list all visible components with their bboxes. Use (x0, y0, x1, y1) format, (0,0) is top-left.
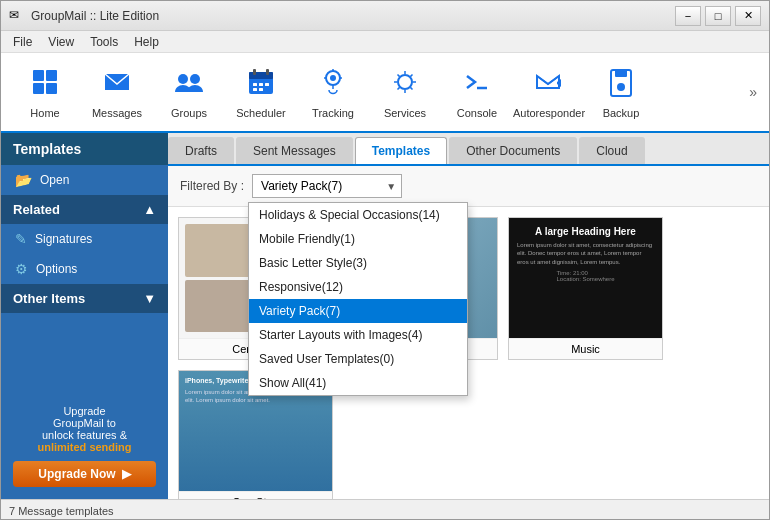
messages-icon (101, 66, 133, 105)
sidebar-templates-header: Templates (1, 133, 168, 165)
sidebar-other-items-label: Other Items (13, 291, 85, 306)
menu-tools[interactable]: Tools (82, 33, 126, 51)
svg-rect-10 (253, 83, 257, 86)
template-card-music[interactable]: A large Heading Here Lorem ipsum dolor s… (508, 217, 663, 360)
sidebar-related-section[interactable]: Related ▲ (1, 195, 168, 224)
menu-help[interactable]: Help (126, 33, 167, 51)
toolbar-more-icon[interactable]: » (745, 84, 761, 100)
sidebar-other-items-chevron: ▼ (143, 291, 156, 306)
app-icon: ✉ (9, 8, 25, 24)
toolbar-home[interactable]: Home (9, 57, 81, 127)
filter-select-display[interactable]: Variety Pack(7) (252, 174, 402, 198)
toolbar-messages-label: Messages (92, 107, 142, 119)
close-button[interactable]: ✕ (735, 6, 761, 26)
svg-rect-20 (615, 70, 627, 77)
minimize-button[interactable]: − (675, 6, 701, 26)
filter-dropdown-wrapper: Variety Pack(7) ▼ (252, 174, 402, 198)
window-controls: − □ ✕ (675, 6, 761, 26)
toolbar-autoresponder[interactable]: Autoresponder (513, 57, 585, 127)
sidebar-other-items-section[interactable]: Other Items ▼ (1, 284, 168, 313)
dropdown-item-basic[interactable]: Basic Letter Style(3) (249, 251, 467, 275)
toolbar-home-label: Home (30, 107, 59, 119)
upgrade-btn-label: Upgrade Now (38, 467, 115, 481)
toolbar-scheduler[interactable]: Scheduler (225, 57, 297, 127)
sidebar-options-label: Options (36, 262, 77, 276)
toolbar-console-label: Console (457, 107, 497, 119)
backup-icon (605, 66, 637, 105)
one-step-label: One Step (179, 491, 332, 499)
dropdown-item-holidays[interactable]: Holidays & Special Occasions(14) (249, 203, 467, 227)
svg-rect-2 (33, 83, 44, 94)
sidebar-related-label: Related (13, 202, 60, 217)
svg-rect-14 (259, 88, 263, 91)
upgrade-arrow-icon: ▶ (122, 467, 131, 481)
svg-rect-1 (46, 70, 57, 81)
dropdown-item-starter[interactable]: Starter Layouts with Images(4) (249, 323, 467, 347)
title-bar: ✉ GroupMail :: Lite Edition − □ ✕ (1, 1, 769, 31)
tab-sent-messages[interactable]: Sent Messages (236, 137, 353, 164)
services-icon (389, 66, 421, 105)
status-bar: 7 Message templates (1, 499, 769, 520)
filter-label: Filtered By : (180, 179, 244, 193)
menu-file[interactable]: File (5, 33, 40, 51)
sidebar-open-label: Open (40, 173, 69, 187)
svg-rect-9 (266, 69, 269, 75)
toolbar-groups[interactable]: Groups (153, 57, 225, 127)
maximize-button[interactable]: □ (705, 6, 731, 26)
main-layout: Templates 📂 Open Related ▲ ✎ Signatures … (1, 133, 769, 499)
dropdown-item-variety[interactable]: Variety Pack(7) (249, 299, 467, 323)
signatures-icon: ✎ (15, 231, 27, 247)
tabs: Drafts Sent Messages Templates Other Doc… (168, 133, 769, 166)
sidebar-signatures[interactable]: ✎ Signatures (1, 224, 168, 254)
toolbar-services-label: Services (384, 107, 426, 119)
svg-point-17 (398, 75, 412, 89)
console-icon (461, 66, 493, 105)
toolbar: Home Messages Groups (1, 53, 769, 133)
toolbar-tracking[interactable]: Tracking (297, 57, 369, 127)
toolbar-services[interactable]: Services (369, 57, 441, 127)
menu-view[interactable]: View (40, 33, 82, 51)
upgrade-button[interactable]: Upgrade Now ▶ (13, 461, 156, 487)
dropdown-item-responsive[interactable]: Responsive(12) (249, 275, 467, 299)
unlimited-text: unlimited sending (13, 441, 156, 453)
groups-icon (173, 66, 205, 105)
dropdown-item-show-all[interactable]: Show All(41) (249, 371, 467, 395)
svg-rect-11 (259, 83, 263, 86)
svg-rect-0 (33, 70, 44, 81)
sidebar-related-chevron: ▲ (143, 202, 156, 217)
sidebar-open[interactable]: 📂 Open (1, 165, 168, 195)
toolbar-messages[interactable]: Messages (81, 57, 153, 127)
toolbar-backup-label: Backup (603, 107, 640, 119)
autoresponder-icon (533, 66, 565, 105)
tab-drafts[interactable]: Drafts (168, 137, 234, 164)
options-icon: ⚙ (15, 261, 28, 277)
filter-bar: Filtered By : Variety Pack(7) ▼ Holidays… (168, 166, 769, 207)
filter-dropdown: Holidays & Special Occasions(14) Mobile … (248, 202, 468, 396)
svg-rect-3 (46, 83, 57, 94)
music-thumb: A large Heading Here Lorem ipsum dolor s… (509, 218, 662, 338)
dropdown-item-mobile[interactable]: Mobile Friendly(1) (249, 227, 467, 251)
dropdown-item-saved[interactable]: Saved User Templates(0) (249, 347, 467, 371)
sidebar-signatures-label: Signatures (35, 232, 92, 246)
home-icon (29, 66, 61, 105)
toolbar-backup[interactable]: Backup (585, 57, 657, 127)
open-icon: 📂 (15, 172, 32, 188)
sidebar-upgrade: UpgradeGroupMail tounlock features & unl… (1, 393, 168, 499)
toolbar-scheduler-label: Scheduler (236, 107, 286, 119)
svg-point-4 (178, 74, 188, 84)
status-text: 7 Message templates (9, 505, 114, 517)
toolbar-console[interactable]: Console (441, 57, 513, 127)
svg-rect-7 (249, 72, 273, 79)
tab-other-documents[interactable]: Other Documents (449, 137, 577, 164)
toolbar-tracking-label: Tracking (312, 107, 354, 119)
tab-cloud[interactable]: Cloud (579, 137, 644, 164)
content-area: Drafts Sent Messages Templates Other Doc… (168, 133, 769, 499)
upgrade-text: UpgradeGroupMail tounlock features & (13, 405, 156, 441)
tab-templates[interactable]: Templates (355, 137, 447, 164)
svg-point-21 (617, 83, 625, 91)
svg-point-5 (190, 74, 200, 84)
sidebar-options[interactable]: ⚙ Options (1, 254, 168, 284)
sidebar: Templates 📂 Open Related ▲ ✎ Signatures … (1, 133, 168, 499)
svg-point-16 (330, 75, 336, 81)
menu-bar: File View Tools Help (1, 31, 769, 53)
